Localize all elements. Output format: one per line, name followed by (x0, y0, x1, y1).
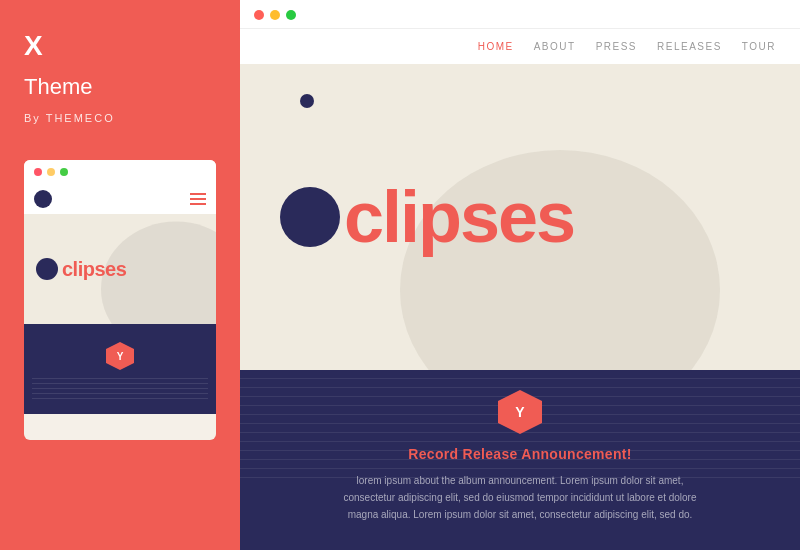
hero-title: clipses (344, 181, 574, 253)
nav-link-home[interactable]: HOME (478, 41, 514, 52)
mobile-bottom-line-2 (32, 383, 208, 384)
mobile-hexagon: Y (106, 342, 134, 370)
mobile-bottom-line-5 (32, 398, 208, 399)
browser-chrome (240, 0, 800, 29)
nav-link-tour[interactable]: TOUR (742, 41, 776, 52)
mobile-bottom-line-3 (32, 388, 208, 389)
main-content: HOME ABOUT PRESS RELEASES TOUR clipses (240, 0, 800, 550)
mobile-nav-bar (24, 184, 216, 214)
bottom-line-1 (240, 378, 800, 379)
hero-small-dot (300, 94, 314, 108)
mobile-hero-circle (36, 258, 58, 280)
hamburger-line-1 (190, 193, 206, 195)
sidebar-by-label: By THEMECO (24, 112, 216, 124)
mobile-hero-text: clipses (36, 258, 126, 281)
hamburger-icon (190, 193, 206, 205)
nav-link-releases[interactable]: RELEASES (657, 41, 722, 52)
bottom-line-11 (240, 468, 800, 469)
bottom-line-2 (240, 387, 800, 388)
website-nav: HOME ABOUT PRESS RELEASES TOUR (240, 29, 800, 64)
hamburger-line-2 (190, 198, 206, 200)
bottom-line-8 (240, 441, 800, 442)
website-bottom-section: Y Record Release Announcement! lorem ips… (240, 370, 800, 550)
bottom-headline: Record Release Announcement! (408, 446, 631, 462)
hero-circle (280, 187, 340, 247)
browser-dot-red (254, 10, 264, 20)
sidebar-logo: X (24, 30, 216, 62)
dot-yellow (47, 168, 55, 176)
mobile-bottom-section: Y (24, 324, 216, 414)
mobile-preview-card: clipses Y (24, 160, 216, 440)
hero-text: clipses (280, 181, 574, 253)
mobile-preview-bar (24, 160, 216, 184)
sidebar: X Theme By THEMECO clipses (0, 0, 240, 550)
nav-link-press[interactable]: PRESS (596, 41, 637, 52)
mobile-bottom-line-1 (32, 378, 208, 379)
mobile-hero-title: clipses (62, 258, 126, 281)
browser-dot-yellow (270, 10, 280, 20)
website-hero-section: clipses (240, 64, 800, 370)
mobile-bottom-lines (24, 374, 216, 414)
browser-dot-green (286, 10, 296, 20)
mobile-bottom-line-4 (32, 393, 208, 394)
mobile-hero-section: clipses (24, 214, 216, 324)
mobile-logo-dot (34, 190, 52, 208)
website-preview: HOME ABOUT PRESS RELEASES TOUR clipses (240, 29, 800, 550)
dot-red (34, 168, 42, 176)
hamburger-line-3 (190, 203, 206, 205)
dot-green (60, 168, 68, 176)
nav-link-about[interactable]: ABOUT (534, 41, 576, 52)
sidebar-title: Theme (24, 74, 216, 100)
bottom-body-text: lorem ipsum about the album announcement… (340, 472, 700, 523)
